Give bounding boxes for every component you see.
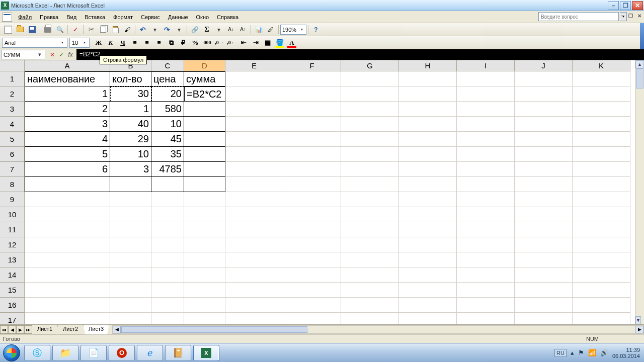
cell-G15[interactable] xyxy=(341,283,399,298)
cell-B9[interactable] xyxy=(110,192,151,207)
copy-button[interactable] xyxy=(98,24,109,35)
cell-C1[interactable]: цена xyxy=(151,71,184,86)
cell-I9[interactable] xyxy=(457,192,515,207)
minimize-button[interactable]: – xyxy=(608,1,619,10)
currency-button[interactable]: ₽ xyxy=(178,37,189,48)
cell-C13[interactable] xyxy=(151,252,184,267)
cell-G1[interactable] xyxy=(341,71,399,86)
cell-F17[interactable] xyxy=(283,313,341,324)
row-header-14[interactable]: 14 xyxy=(0,267,25,283)
cell-A16[interactable] xyxy=(25,298,110,313)
cell-E12[interactable] xyxy=(225,237,283,252)
menu-help[interactable]: Справка xyxy=(213,13,243,22)
cell-A15[interactable] xyxy=(25,283,110,298)
cell-K13[interactable] xyxy=(573,252,630,267)
system-tray[interactable]: RU ▴ ⚑ 📶 🔊 11:39 06.03.2014 xyxy=(550,347,644,359)
worksheet[interactable]: ABCDEFGHIJK 1234567891011121314151617 на… xyxy=(0,60,644,324)
cell-H13[interactable] xyxy=(399,252,457,267)
cell-C7[interactable]: 4785 xyxy=(151,162,184,177)
cell-D15[interactable] xyxy=(184,283,225,298)
cell-H15[interactable] xyxy=(399,283,457,298)
hscroll-thumb[interactable] xyxy=(121,326,307,333)
cell-J16[interactable] xyxy=(515,298,573,313)
redo-dropdown[interactable]: ▾ xyxy=(174,24,185,35)
cell-B4[interactable]: 40 xyxy=(110,117,151,132)
increase-decimal-button[interactable]: ,0→ xyxy=(214,37,225,48)
cell-G12[interactable] xyxy=(341,237,399,252)
cell-J11[interactable] xyxy=(515,222,573,237)
col-header-D[interactable]: D xyxy=(184,60,225,71)
cell-K8[interactable] xyxy=(573,177,630,192)
close-button[interactable]: ✕ xyxy=(632,1,643,10)
cell-F15[interactable] xyxy=(283,283,341,298)
row-header-3[interactable]: 3 xyxy=(0,102,25,117)
cell-K4[interactable] xyxy=(573,117,630,132)
cell-B10[interactable] xyxy=(110,207,151,222)
cell-E16[interactable] xyxy=(225,298,283,313)
cell-B16[interactable] xyxy=(110,298,151,313)
cell-I7[interactable] xyxy=(457,162,515,177)
cell-K7[interactable] xyxy=(573,162,630,177)
doc-restore-button[interactable]: ❐ xyxy=(627,13,634,19)
cell-F14[interactable] xyxy=(283,267,341,283)
cell-H12[interactable] xyxy=(399,237,457,252)
cell-K11[interactable] xyxy=(573,222,630,237)
cell-G3[interactable] xyxy=(341,102,399,117)
cell-E11[interactable] xyxy=(225,222,283,237)
menu-window[interactable]: Окно xyxy=(192,13,213,22)
cell-A13[interactable] xyxy=(25,252,110,267)
taskbar-opera[interactable]: O xyxy=(109,345,135,361)
cell-I1[interactable] xyxy=(457,71,515,86)
cell-E8[interactable] xyxy=(225,177,283,192)
row-headers[interactable]: 1234567891011121314151617 xyxy=(0,71,25,324)
menu-format[interactable]: Формат xyxy=(109,13,137,22)
cell-C16[interactable] xyxy=(151,298,184,313)
cell-D7[interactable] xyxy=(184,162,225,177)
undo-dropdown[interactable]: ▾ xyxy=(149,24,160,35)
cell-H2[interactable] xyxy=(399,86,457,102)
cell-I3[interactable] xyxy=(457,102,515,117)
cell-G16[interactable] xyxy=(341,298,399,313)
zoom-combobox[interactable]: 190%▾ xyxy=(280,25,306,35)
tab-nav-first[interactable]: ⏮ xyxy=(0,325,8,334)
cell-I16[interactable] xyxy=(457,298,515,313)
row-header-15[interactable]: 15 xyxy=(0,283,25,298)
cell-A4[interactable]: 3 xyxy=(25,117,110,132)
cell-E14[interactable] xyxy=(225,267,283,283)
cell-G8[interactable] xyxy=(341,177,399,192)
cell-G4[interactable] xyxy=(341,117,399,132)
font-size-combobox[interactable]: 10▾ xyxy=(69,38,90,48)
cell-A7[interactable]: 6 xyxy=(25,162,110,177)
cut-button[interactable]: ✂ xyxy=(86,24,97,35)
row-header-9[interactable]: 9 xyxy=(0,192,25,207)
tray-network-icon[interactable]: 📶 xyxy=(588,349,596,356)
col-header-G[interactable]: G xyxy=(341,60,399,71)
cell-I11[interactable] xyxy=(457,222,515,237)
menu-data[interactable]: Данные xyxy=(164,13,192,22)
col-header-I[interactable]: I xyxy=(457,60,515,71)
cell-E6[interactable] xyxy=(225,147,283,162)
tab-nav-prev[interactable]: ◀ xyxy=(8,325,16,334)
tab-nav-next[interactable]: ▶ xyxy=(16,325,24,334)
row-header-5[interactable]: 5 xyxy=(0,132,25,147)
row-header-4[interactable]: 4 xyxy=(0,117,25,132)
cell-E1[interactable] xyxy=(225,71,283,86)
autosum-dropdown[interactable]: ▾ xyxy=(213,24,224,35)
cell-F8[interactable] xyxy=(283,177,341,192)
cell-I4[interactable] xyxy=(457,117,515,132)
cell-H9[interactable] xyxy=(399,192,457,207)
cell-B2[interactable]: 30 xyxy=(110,86,151,102)
col-header-E[interactable]: E xyxy=(225,60,283,71)
cell-J4[interactable] xyxy=(515,117,573,132)
cell-D6[interactable] xyxy=(184,147,225,162)
sheet-tab-Лист3[interactable]: Лист3 xyxy=(83,325,109,334)
italic-button[interactable]: К xyxy=(105,37,116,48)
chart-wizard-button[interactable]: 📊 xyxy=(253,24,264,35)
underline-button[interactable]: Ч xyxy=(117,37,128,48)
col-header-A[interactable]: A xyxy=(25,60,110,71)
name-box[interactable]: СУММ▾ xyxy=(1,50,45,59)
cancel-formula-button[interactable]: ✕ xyxy=(50,51,55,58)
cell-J14[interactable] xyxy=(515,267,573,283)
cell-J7[interactable] xyxy=(515,162,573,177)
cell-J13[interactable] xyxy=(515,252,573,267)
